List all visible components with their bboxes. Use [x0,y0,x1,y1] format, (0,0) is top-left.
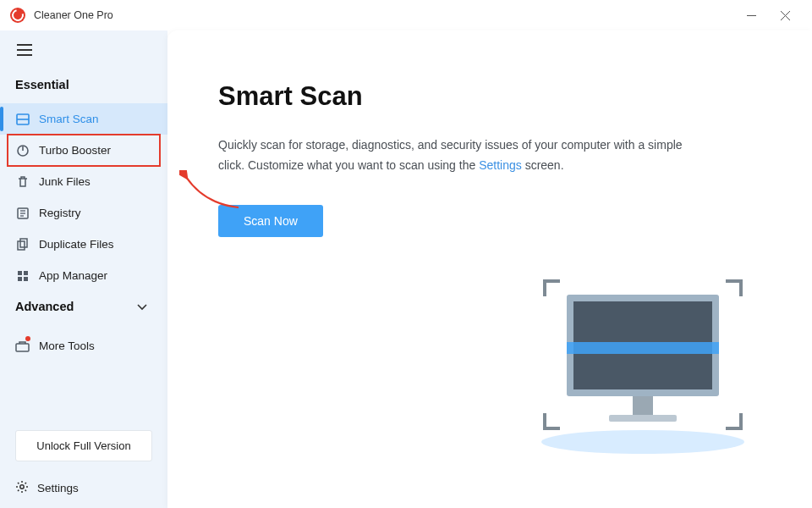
close-button[interactable] [768,3,802,27]
sidebar-item-settings[interactable]: Settings [0,472,167,508]
sidebar-item-label: More Tools [39,340,95,352]
trash-icon [15,174,30,189]
menu-toggle-button[interactable] [0,37,167,69]
svg-rect-27 [609,415,677,422]
unlock-full-version-button[interactable]: Unlock Full Version [15,430,152,461]
svg-rect-16 [18,271,22,275]
svg-rect-19 [24,277,28,281]
minimize-button[interactable] [734,3,768,27]
app-window: Cleaner One Pro Essential Smart [0,0,812,508]
registry-icon [15,206,30,220]
chevron-down-icon [137,300,147,313]
svg-rect-17 [24,271,28,275]
toolbox-icon [15,339,30,353]
sidebar-item-duplicate-files[interactable]: Duplicate Files [0,229,167,260]
app-title: Cleaner One Pro [34,9,113,21]
duplicate-icon [15,237,30,251]
sidebar-item-turbo-booster[interactable]: Turbo Booster [0,135,167,166]
apps-icon [15,268,30,283]
svg-rect-14 [18,241,25,250]
page-description: Quickly scan for storage, diagnostics, a… [218,135,692,176]
page-title: Smart Scan [218,81,761,112]
settings-link[interactable]: Settings [479,158,522,172]
sidebar-item-label: App Manager [39,269,107,282]
gear-icon [15,480,29,496]
scan-now-button[interactable]: Scan Now [218,205,323,237]
sidebar-item-label: Registry [39,207,81,219]
titlebar: Cleaner One Pro [0,0,812,30]
power-icon [15,143,30,157]
svg-point-22 [541,430,744,454]
sidebar-item-label: Smart Scan [39,113,99,125]
sidebar-item-more-tools[interactable]: More Tools [0,330,167,362]
notification-dot [25,336,30,341]
svg-rect-15 [20,239,27,247]
sidebar-item-label: Turbo Booster [39,144,111,157]
svg-point-21 [20,485,24,489]
sidebar-item-junk-files[interactable]: Junk Files [0,166,167,197]
sidebar-item-app-manager[interactable]: App Manager [0,260,167,291]
sidebar-item-registry[interactable]: Registry [0,197,167,229]
svg-rect-23 [567,295,719,396]
sidebar-section-essential: Essential [0,69,167,103]
monitor-scan-illustration [533,279,753,457]
app-logo-icon [10,8,25,23]
svg-rect-20 [16,344,29,351]
sidebar: Essential Smart Scan Turbo Booster Junk … [0,30,167,508]
sidebar-section-advanced[interactable]: Advanced [0,291,167,325]
sidebar-item-smart-scan[interactable]: Smart Scan [0,103,167,135]
sidebar-item-label: Junk Files [39,175,91,188]
main-content: Smart Scan Quickly scan for storage, dia… [167,30,812,508]
svg-rect-24 [573,301,712,389]
svg-rect-26 [633,396,653,415]
svg-rect-18 [18,277,22,281]
svg-rect-25 [567,342,719,354]
hamburger-icon [17,44,32,56]
sidebar-item-label: Duplicate Files [39,238,114,251]
scan-icon [15,112,30,126]
